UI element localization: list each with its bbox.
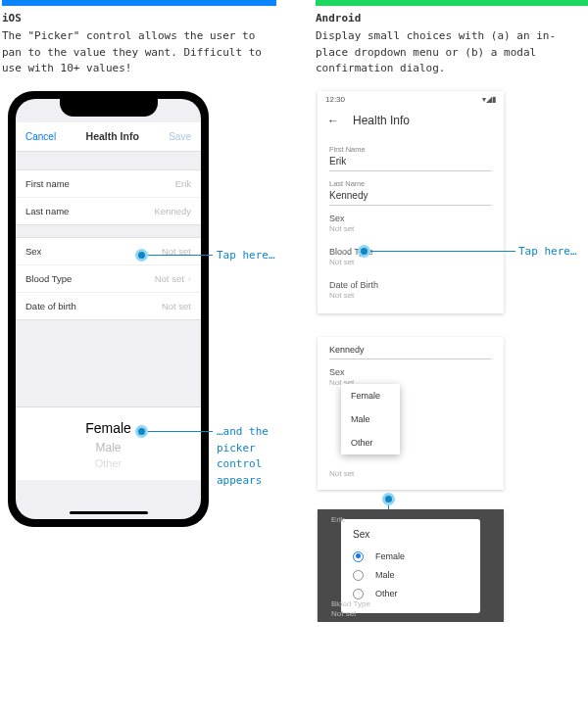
radio-selected-icon [353,551,364,562]
annotation-picker-appears: …and the picker control appears [217,424,275,489]
callout-line [148,431,213,432]
annotation-tap-here: Tap here… [518,244,577,261]
android-column: Android Display small choices with (a) a… [316,0,588,622]
field-label: Date of Birth [329,280,492,290]
row-label: Sex [25,246,41,257]
callout-line [370,251,515,252]
radio-option[interactable]: Male [353,566,468,585]
home-indicator [70,511,148,514]
iphone-screen: Cancel Health Info Save First name Erik … [16,99,201,519]
last-name-field[interactable]: Last Name Kennedy [329,179,492,206]
ios-description: The "Picker" control allows the user to … [2,28,276,77]
dropdown-item[interactable]: Male [341,407,400,431]
android-heading: Android [316,12,588,24]
back-arrow-icon[interactable]: ← [327,114,339,127]
chevron-right-icon: › [188,273,191,284]
first-name-field[interactable]: First Name Erik [329,145,492,171]
row-value: Not set› [155,273,191,284]
android-mockup-modal: Erik Blood Type Not set Sex Female Male … [318,509,504,622]
dob-field[interactable]: Date of Birth Not set [329,280,492,300]
bg-text: Erik [331,515,345,524]
status-icons: ▾◢▮ [482,95,496,104]
save-button[interactable]: Save [169,131,191,142]
row-value: Erik [175,178,191,189]
iphone-notch [60,99,158,117]
picker-option: Other [16,456,201,470]
iphone-mockup: Cancel Health Info Save First name Erik … [8,91,209,527]
page-title: Health Info [353,114,410,127]
callout-dot-icon [358,245,370,258]
dialog-title: Sex [353,529,468,540]
callout-dot-icon [382,493,395,505]
row-label: Last name [25,206,69,216]
callout-dot-icon [135,425,148,438]
radio-icon [353,589,364,599]
row-label: Blood Type [25,273,72,284]
field-value: Kennedy [329,343,492,359]
radio-icon [353,570,364,581]
dob-row[interactable]: Date of birth Not set [16,293,201,319]
field-value: Not set [329,291,492,300]
field-value: Erik [329,154,492,171]
row-value: Kennedy [154,206,191,216]
field-label: Last Name [329,179,492,188]
status-time: 12:30 [325,95,345,104]
android-status-bar: 12:30 ▾◢▮ [318,91,504,106]
dropdown-item[interactable]: Other [341,431,400,454]
android-app-bar: ← Health Info [318,106,504,137]
blood-type-field[interactable]: Blood Type Not set [329,247,492,266]
ios-heading: iOS [2,12,276,24]
dropdown-item[interactable]: Female [341,384,400,407]
ios-name-group: First name Erik Last name Kennedy [16,169,201,225]
cancel-button[interactable]: Cancel [25,131,56,142]
ios-details-group: Sex Not set Blood Type Not set› Date of … [16,237,201,320]
field-label: First Name [329,145,492,154]
android-description: Display small choices with (a) an in-pla… [316,28,588,77]
android-form: First Name Erik Last Name Kennedy Sex No… [318,145,504,313]
ios-accent-bar [2,0,276,6]
field-value: Kennedy [329,188,492,206]
row-label: First name [25,178,70,189]
sex-field[interactable]: Sex Not set [329,214,492,233]
row-value: Not set [162,301,191,311]
table-row[interactable]: First name Erik [16,170,201,198]
field-label: Sex [329,214,492,223]
android-mockup-1: 12:30 ▾◢▮ ← Health Info First Name Erik … [318,91,504,313]
callout-line [148,255,213,256]
row-label: Date of birth [25,301,76,311]
annotation-tap-here: Tap here… [217,248,275,264]
field-value: Not set [329,469,492,478]
ios-navbar: Cancel Health Info Save [16,122,201,152]
field-value: Not set [329,258,492,266]
bg-text: Not set [331,609,356,618]
picker-selected: Female [16,417,201,439]
android-mockup-dropdown: Kennedy Sex Not set Female Male Other No… [318,337,504,490]
field-value: Not set [329,224,492,233]
dropdown-menu: Female Male Other [341,384,400,454]
blood-type-row[interactable]: Blood Type Not set› [16,265,201,293]
bg-text: Blood Type [331,599,370,608]
ios-column: iOS The "Picker" control allows the user… [2,0,276,622]
sex-row[interactable]: Sex Not set [16,238,201,265]
field-label: Sex [329,367,492,377]
android-accent-bar [316,0,588,6]
picker-option: Male [16,439,201,456]
table-row[interactable]: Last name Kennedy [16,198,201,224]
callout-dot-icon [135,249,148,262]
page-title: Health Info [86,130,139,142]
radio-option[interactable]: Female [353,548,468,566]
ios-picker-wheel[interactable]: Female Male Other [16,406,201,480]
